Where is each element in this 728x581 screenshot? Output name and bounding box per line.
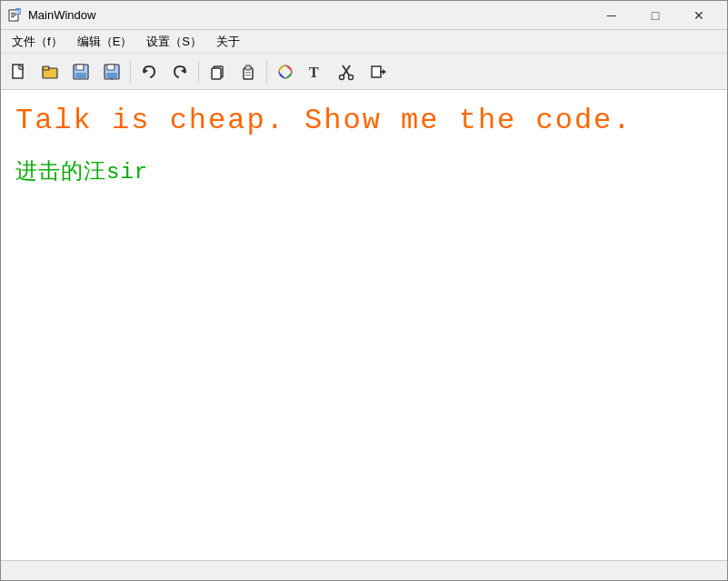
save-icon: [72, 63, 90, 81]
svg-rect-14: [83, 65, 85, 69]
svg-text:+: +: [110, 75, 114, 81]
svg-rect-18: [114, 65, 115, 69]
status-bar: [1, 560, 727, 580]
svg-rect-10: [43, 66, 49, 70]
color-icon: [276, 63, 294, 81]
open-icon: [41, 63, 59, 81]
app-icon: M: [8, 8, 23, 23]
svg-rect-34: [372, 66, 381, 77]
window-controls: ─ □ ✕: [591, 3, 720, 28]
undo-button[interactable]: [135, 57, 164, 86]
cut-button[interactable]: [333, 57, 362, 86]
svg-marker-21: [181, 68, 185, 74]
save-button[interactable]: [66, 57, 95, 86]
main-window: M MainWindow ─ □ ✕ 文件（f） 编辑（E） 设置（S） 关于: [0, 0, 728, 581]
minimize-button[interactable]: ─: [591, 3, 633, 28]
svg-point-32: [340, 75, 344, 79]
separator-1: [130, 61, 131, 83]
font-button[interactable]: T: [302, 57, 331, 86]
saveas-button[interactable]: +: [97, 57, 126, 86]
svg-rect-23: [212, 68, 221, 79]
menu-file[interactable]: 文件（f）: [5, 32, 70, 52]
title-bar: M MainWindow ─ □ ✕: [1, 1, 727, 30]
separator-2: [198, 61, 199, 83]
svg-rect-13: [75, 73, 86, 78]
saveas-icon: +: [103, 63, 121, 81]
close-button[interactable]: ✕: [678, 3, 720, 28]
toolbar: +: [1, 54, 727, 90]
svg-rect-25: [245, 65, 251, 70]
copy-button[interactable]: [203, 57, 232, 86]
svg-marker-20: [144, 68, 148, 74]
svg-rect-12: [76, 65, 84, 70]
text-line-1: Talk is cheap. Show me the code.: [15, 101, 713, 142]
svg-rect-26: [245, 72, 251, 74]
menu-about[interactable]: 关于: [209, 32, 247, 52]
open-button[interactable]: [35, 57, 65, 86]
paste-button[interactable]: [234, 57, 263, 86]
exit-button[interactable]: [364, 57, 393, 86]
svg-rect-3: [11, 16, 15, 17]
cut-icon: [338, 63, 356, 81]
svg-rect-16: [107, 65, 115, 70]
menu-bar: 文件（f） 编辑（E） 设置（S） 关于: [1, 30, 727, 54]
svg-text:T: T: [309, 65, 319, 80]
new-doc-icon: [10, 63, 28, 81]
new-button[interactable]: [5, 57, 34, 86]
separator-3: [266, 61, 267, 83]
color-button[interactable]: [271, 57, 300, 86]
window-title: MainWindow: [28, 8, 591, 22]
menu-settings[interactable]: 设置（S）: [139, 32, 209, 52]
redo-icon: [171, 63, 189, 81]
svg-text:M: M: [15, 9, 20, 15]
svg-point-33: [349, 75, 354, 79]
svg-rect-27: [245, 75, 251, 76]
text-line-2: 进击的汪sir: [15, 156, 713, 185]
svg-rect-2: [11, 15, 16, 15]
paste-icon: [239, 63, 257, 81]
exit-icon: [369, 63, 387, 81]
copy-icon: [208, 63, 226, 81]
font-icon: T: [307, 63, 325, 81]
redo-button[interactable]: [165, 57, 194, 86]
undo-icon: [140, 63, 158, 81]
maximize-button[interactable]: □: [634, 3, 676, 28]
menu-edit[interactable]: 编辑（E）: [70, 32, 140, 52]
content-area[interactable]: Talk is cheap. Show me the code. 进击的汪sir: [1, 90, 727, 560]
svg-marker-36: [383, 69, 386, 75]
